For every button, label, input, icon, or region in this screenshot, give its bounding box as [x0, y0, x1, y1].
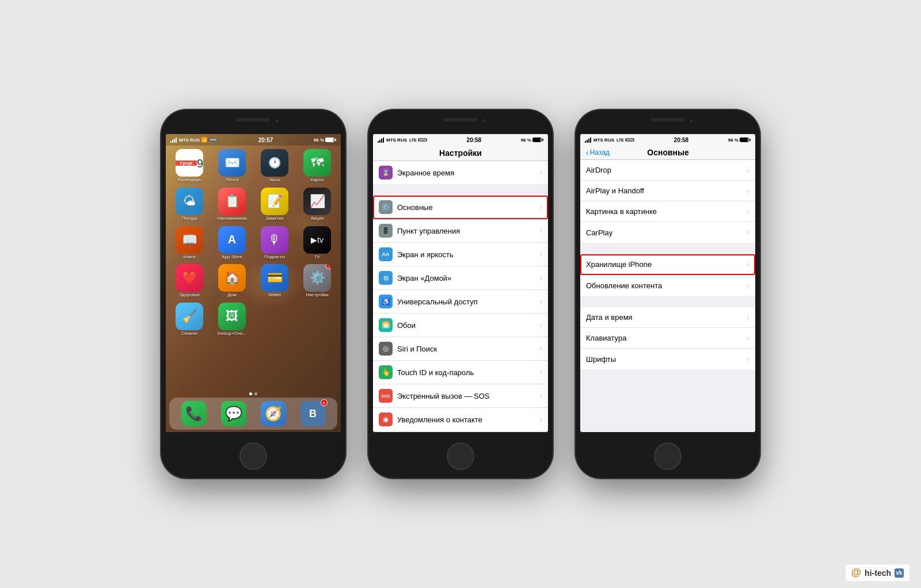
home-button-3[interactable]: [654, 442, 682, 470]
dock-phone[interactable]: 📞: [181, 401, 207, 426]
vpn-badge-1: VPN: [208, 138, 218, 142]
app-settings[interactable]: ⚙️ 1 Настройки: [298, 264, 336, 298]
mail-icon: ✉️: [218, 149, 246, 177]
back-chevron-icon: ‹: [586, 148, 589, 157]
sb: [588, 139, 589, 143]
app-label-cleaner: Cleaner: [181, 331, 197, 337]
tv-icon: ▶tv: [303, 226, 331, 254]
app-clock[interactable]: 🕐 Часы: [256, 149, 294, 183]
settings-row-screen-time[interactable]: ⌛ Экранное время ›: [373, 161, 548, 184]
app-dedup[interactable]: 🖼 Dedup+Очи...: [213, 303, 251, 337]
settings-row-siri[interactable]: ◎ Siri и Поиск ›: [373, 337, 548, 361]
app-label-dedup: Dedup+Очи...: [218, 331, 246, 337]
iphone-2-screen: MTS RUS LTE VPN 20:58 96 % Нас: [373, 134, 548, 432]
settings-section-1: ⌛ Экранное время ›: [373, 161, 548, 184]
app-cleaner[interactable]: 🧹 Cleaner: [170, 303, 208, 337]
battery-icon-3: [740, 138, 751, 142]
chevron: ›: [747, 208, 749, 216]
general-row-carplay[interactable]: CarPlay ›: [580, 222, 755, 243]
app-mail[interactable]: ✉️ Почта: [213, 149, 251, 183]
general-row-fonts[interactable]: Шрифты ›: [580, 349, 755, 369]
status-left-2: MTS RUS LTE VPN: [378, 138, 427, 143]
dock-messages[interactable]: 💬: [221, 401, 246, 426]
keyboard-label: Клавиатура: [586, 334, 747, 342]
page-dot-active: [249, 392, 252, 395]
stocks-icon: 📈: [303, 188, 331, 215]
carrier-2: MTS RUS: [386, 138, 407, 143]
settings-row-control[interactable]: 🎛 Пункт управления ›: [373, 219, 548, 243]
settings-row-general[interactable]: ⚙️ Основные ›: [373, 196, 548, 219]
dock: 📞 💬 🧭 B 4: [169, 398, 337, 430]
carrier-3: MTS RUS: [593, 138, 614, 143]
app-weather[interactable]: 🌤 Погода: [170, 188, 208, 222]
app-notes[interactable]: 📝 Заметки: [256, 188, 294, 222]
general-label: Основные: [397, 203, 535, 212]
signal-bar: [170, 141, 172, 143]
datetime-label: Дата и время: [586, 313, 747, 322]
chevron: ›: [540, 392, 542, 400]
settings-row-homescreen[interactable]: ⊞ Экран «Домой» ›: [373, 266, 548, 290]
general-row-airdrop[interactable]: AirDrop ›: [580, 160, 755, 181]
app-home[interactable]: 🏠 Дом: [213, 264, 251, 298]
sep: [580, 296, 755, 307]
settings-row-access[interactable]: ♿ Универсальный доступ ›: [373, 290, 548, 314]
home-button-1[interactable]: [239, 442, 267, 470]
app-calendar[interactable]: Среда 9 Календарь: [170, 149, 208, 183]
app-maps[interactable]: 🗺 Карты: [298, 149, 336, 183]
signal-bar: [174, 139, 175, 143]
settings-row-display[interactable]: AA Экран и яркость ›: [373, 243, 548, 266]
battery-pct-1: 96 %: [314, 138, 324, 143]
display-icon: AA: [379, 247, 393, 261]
settings-row-touchid[interactable]: 👆 Touch ID и код-пароль ›: [373, 361, 548, 384]
touchid-icon: 👆: [379, 365, 393, 379]
general-row-pip[interactable]: Картинка в картинке ›: [580, 201, 755, 222]
settings-row-contact[interactable]: ◉ Уведомления о контакте ›: [373, 408, 548, 431]
app-appstore[interactable]: A App Store: [213, 226, 251, 260]
app-empty-2: [298, 303, 336, 337]
app-label-clock: Часы: [269, 178, 280, 183]
general-row-datetime[interactable]: Дата и время ›: [580, 307, 755, 328]
status-bar-1: MTS RUS 📶 VPN 20:57 96 %: [166, 134, 341, 146]
chevron: ›: [540, 250, 542, 258]
sos-icon: SOS: [379, 389, 393, 403]
app-wallet[interactable]: 💳 Wallet: [256, 264, 294, 298]
settings-row-wallpaper[interactable]: 🌅 Обои ›: [373, 314, 548, 337]
general-screen: MTS RUS LTE VPN 20:58 96 %: [580, 134, 755, 432]
general-section-2: Хранилище iPhone › Обновление контента ›: [580, 254, 755, 296]
app-books[interactable]: 📖 Книги: [170, 226, 208, 260]
general-row-storage[interactable]: Хранилище iPhone ›: [580, 254, 755, 275]
chevron: ›: [540, 227, 542, 235]
app-health[interactable]: ❤️ Здоровье: [170, 264, 208, 298]
app-grid: Среда 9 Календарь ✉️ Почта 🕐 Часы 🗺 Карт…: [166, 146, 341, 340]
general-row-keyboard[interactable]: Клавиатура ›: [580, 328, 755, 349]
app-tv[interactable]: ▶tv TV: [298, 226, 336, 260]
signal-bars-1: [170, 138, 177, 143]
lte-badge: LTE: [409, 138, 417, 142]
app-label-home: Дом: [227, 293, 236, 298]
weather-icon: 🌤: [176, 188, 203, 215]
notes-icon: 📝: [261, 188, 288, 215]
maps-icon: 🗺: [303, 149, 331, 177]
general-row-bg-update[interactable]: Обновление контента ›: [580, 275, 755, 296]
homescreen-icon: ⊞: [379, 271, 393, 285]
watermark: @ hi-tech vk: [846, 564, 909, 581]
screen-time-label: Экранное время: [397, 169, 535, 177]
app-podcasts[interactable]: 🎙 Подкасты: [256, 226, 294, 260]
back-button[interactable]: ‹ Назад: [586, 148, 610, 157]
app-stocks[interactable]: 📈 Акции: [298, 188, 336, 222]
calendar-icon: Среда 9: [176, 149, 203, 177]
app-reminders[interactable]: 📋 Напоминания: [213, 188, 251, 222]
chevron: ›: [747, 334, 749, 342]
at-symbol: @: [851, 567, 862, 579]
general-row-airplay[interactable]: AirPlay и Handoff ›: [580, 181, 755, 201]
settings-icon: ⚙️ 1: [303, 264, 331, 292]
app-label-calendar: Календарь: [178, 178, 201, 183]
storage-label: Хранилище iPhone: [586, 260, 747, 269]
access-label: Универсальный доступ: [397, 297, 535, 306]
dock-vk[interactable]: B 4: [300, 401, 326, 426]
settings-row-sos[interactable]: SOS Экстренный вызов — SOS ›: [373, 384, 548, 408]
general-list: AirDrop › AirPlay и Handoff › Картинка в…: [580, 160, 755, 432]
home-button-2[interactable]: [447, 442, 474, 470]
wallpaper-label: Обои: [397, 321, 535, 330]
dock-safari[interactable]: 🧭: [261, 401, 286, 426]
